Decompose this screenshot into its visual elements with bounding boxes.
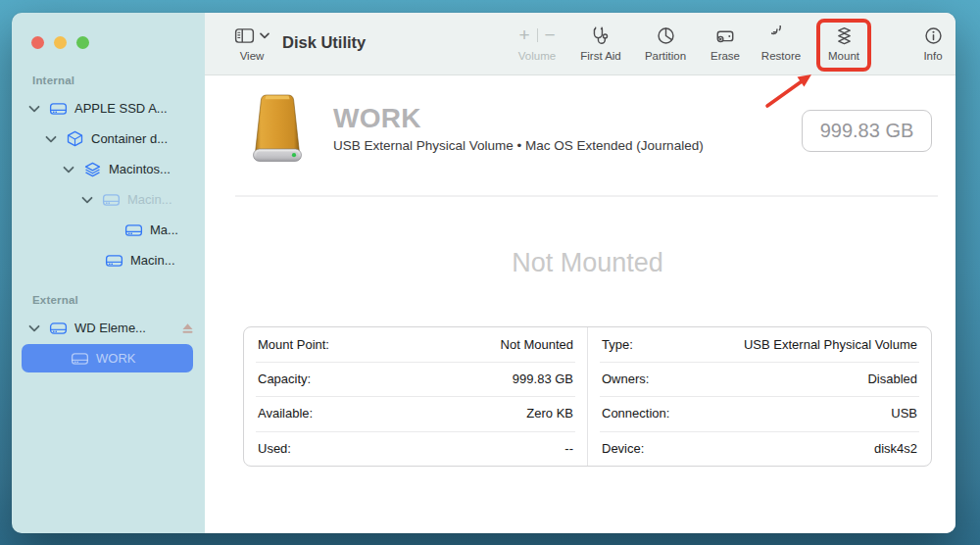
row-label: Capacity: [258,372,311,386]
main-content: WORK USB External Physical Volume • Mac … [205,75,956,533]
row-label: Mount Point: [258,337,329,352]
window-title: Disk Utility [282,33,366,52]
row-value: disk4s2 [874,441,917,456]
mount-button[interactable]: Mount [807,24,881,62]
row-label: Available: [258,406,313,421]
row-value: Zero KB [526,406,573,421]
sidebar-section-external: External [12,288,205,313]
sidebar-item-macintosh-volume[interactable]: Macintos... [12,154,205,184]
sidebar-item-label: Macin... [127,192,172,207]
plus-minus-icon: + − [518,25,555,46]
table-row: Mount Point:Not Mounted [244,327,587,362]
titlebar: View Disk Utility + − Volume [205,13,956,75]
remove-volume-glyph: − [545,25,556,46]
sidebar-item-apple-ssd[interactable]: APPLE SSD A... [12,93,205,124]
row-label: Type: [602,337,633,352]
table-row: Available:Zero KB [244,396,587,430]
external-drive-gold-icon [247,93,308,166]
row-value: Not Mounted [501,337,573,352]
sidebar-item-label: Macin... [130,253,175,268]
sidebar: Internal APPLE SSD A... Container d... [12,13,205,533]
chevron-down-icon[interactable] [27,105,41,113]
sidebar-panel-icon [234,27,255,44]
external-disk-icon [49,321,68,336]
capacity-badge: 999.83 GB [802,110,932,152]
disk-utility-window: Internal APPLE SSD A... Container d... [12,13,956,533]
details-column-left: Mount Point:Not Mounted Capacity:999.83 … [244,327,587,466]
restore-arrow-icon [771,25,792,46]
row-value: 999.83 GB [513,372,573,386]
row-label: Owners: [602,372,649,386]
table-row: Owners:Disabled [588,362,931,396]
details-column-right: Type:USB External Physical Volume Owners… [587,327,931,466]
first-aid-button[interactable]: First Aid [564,24,638,62]
sidebar-item-work[interactable]: WORK [12,343,205,373]
volume-subtitle: USB External Physical Volume • Mac OS Ex… [333,138,704,153]
chevron-down-icon[interactable] [80,196,94,204]
sidebar-item-macintosh-data[interactable]: Macin... [12,245,205,275]
mount-stack-icon [834,25,855,46]
chevron-down-icon[interactable] [44,135,58,143]
table-row: Used:-- [244,431,587,466]
toolbar-button-label: First Aid [564,50,638,62]
container-icon [66,130,84,147]
table-row: Capacity:999.83 GB [244,362,587,396]
traffic-lights [31,36,89,49]
mount-status-text: Not Mounted [243,248,932,278]
disk-icon [71,351,89,367]
erase-drive-icon [714,25,736,46]
sidebar-item-label: Macintos... [109,162,171,176]
apfs-volume-icon [83,162,102,177]
view-button[interactable]: View [224,24,279,62]
row-value: Disabled [867,372,917,386]
info-circle-icon [923,25,944,46]
disk-icon [102,192,121,208]
row-label: Connection: [602,406,669,421]
sidebar-item-ma-snapshot[interactable]: Ma... [12,215,205,245]
toolbar-button-label: Info [896,50,956,62]
details-table: Mount Point:Not Mounted Capacity:999.83 … [243,326,932,467]
sidebar-item-label: WORK [96,351,135,366]
row-label: Device: [602,441,644,456]
chevron-down-icon[interactable] [27,324,41,332]
sidebar-item-wd-elements[interactable]: WD Eleme... [12,313,205,343]
table-row: Device:disk4s2 [588,431,931,466]
divider [537,28,538,42]
chevron-down-icon [260,32,270,39]
info-button[interactable]: Info [896,24,956,62]
eject-icon[interactable] [181,322,194,334]
row-label: Used: [258,441,291,456]
disk-icon [124,223,143,238]
minimize-button[interactable] [54,36,67,49]
add-volume-glyph: + [518,25,529,46]
row-value: -- [564,441,573,456]
row-value: USB External Physical Volume [744,337,917,352]
selected-row-highlight: WORK [22,344,193,372]
row-value: USB [891,406,917,421]
view-button-label: View [224,50,279,62]
sidebar-item-label: WD Eleme... [74,321,146,335]
chevron-down-icon[interactable] [62,166,75,173]
stethoscope-icon [591,25,612,46]
pie-chart-icon [656,25,676,46]
volume-title: WORK [333,103,421,134]
toolbar-button-label: Mount [807,50,881,62]
close-button[interactable] [31,36,44,49]
sidebar-item-macintosh-dimmed[interactable]: Macin... [12,184,205,215]
table-row: Type:USB External Physical Volume [588,327,931,362]
internal-disk-icon [49,101,68,117]
zoom-button[interactable] [76,36,89,49]
divider [235,195,938,197]
sidebar-item-label: APPLE SSD A... [74,101,168,116]
sidebar-item-container[interactable]: Container d... [12,124,205,154]
sidebar-item-label: Container d... [91,131,168,146]
disk-icon [105,253,123,269]
sidebar-item-label: Ma... [150,223,178,237]
table-row: Connection:USB [588,396,931,430]
sidebar-section-internal: Internal [12,69,205,93]
